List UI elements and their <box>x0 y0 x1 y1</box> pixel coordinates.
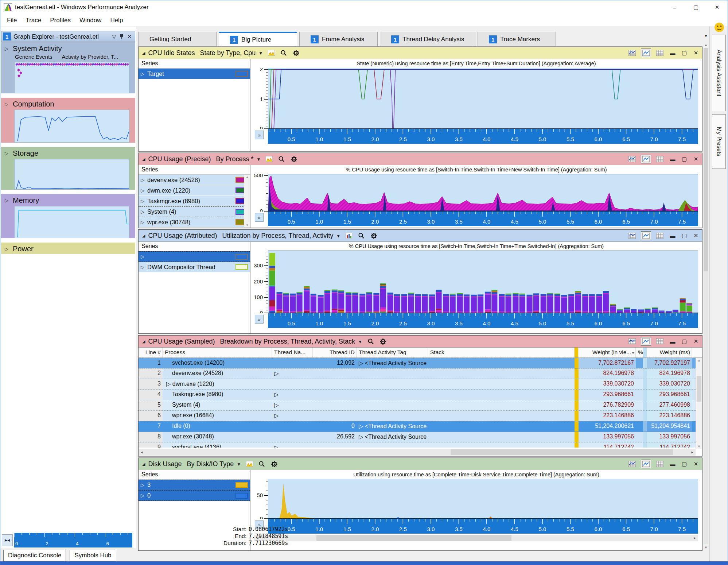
column-header-ybar[interactable] <box>575 348 579 357</box>
scrollbar-thumb[interactable] <box>697 376 701 402</box>
series-row[interactable]: ▷DWM Compositor Thread <box>139 262 250 272</box>
disk-horizontal-scrollbar[interactable]: ◄► <box>254 535 698 541</box>
preset-selector[interactable]: Utilization by Process, Thread, Activity <box>222 232 334 240</box>
explorer-section-system-activity[interactable]: ▷System ActivityGeneric EventsActivity b… <box>1 42 135 93</box>
time-axis[interactable]: 0.51.01.52.02.53.03.54.04.55.05.56.06.57… <box>268 212 698 226</box>
panel-header-attributed[interactable]: ◢CPU Usage (Attributed)Utilization by Pr… <box>139 230 702 242</box>
series-row[interactable]: ▷0 <box>139 490 250 501</box>
panel-header-idle[interactable]: ◢CPU Idle StatesState by Type, Cpu▼▬▢✕ <box>139 47 702 59</box>
feedback-smiley-icon[interactable] <box>713 22 725 33</box>
panel-close-icon[interactable]: ✕ <box>692 461 700 467</box>
panel-maximize-icon[interactable]: ▢ <box>680 338 688 345</box>
tab-my-presets[interactable]: My Presets <box>712 114 726 169</box>
tab-thread-delay-analysis[interactable]: 1Thread Delay Analysis <box>380 32 475 47</box>
series-row[interactable]: ▷Taskmgr.exe (8980) <box>139 196 250 206</box>
toggle-table-only-icon[interactable] <box>655 49 665 57</box>
panel-minimize-icon[interactable]: ▬ <box>669 50 677 56</box>
dropdown-icon[interactable]: ▽ <box>112 34 116 39</box>
timeline-zoom-button[interactable]: ▶◀ <box>2 534 13 546</box>
table-row[interactable]: 9svchost.exe (4136)▷114.712742114.712742 <box>139 442 702 448</box>
expander-icon[interactable]: ▷ <box>5 46 8 51</box>
gear-icon[interactable] <box>369 231 378 240</box>
toggle-chart-only-icon[interactable] <box>641 337 651 346</box>
time-axis[interactable]: 0.51.01.52.02.53.03.54.04.55.05.56.06.57… <box>268 313 698 328</box>
scroll-left-icon[interactable]: ◄ <box>139 449 145 456</box>
close-icon[interactable]: ✕ <box>127 34 132 39</box>
column-header-bbar[interactable] <box>643 348 647 357</box>
toggle-chart-table-icon[interactable] <box>627 49 637 57</box>
graph-explorer-header[interactable]: 1 Graph Explorer - testGenreal.etl ▽ ✕ <box>1 31 135 42</box>
gear-icon[interactable] <box>378 337 388 346</box>
column-header-pct[interactable]: % <box>636 348 643 357</box>
chart-plot[interactable] <box>268 251 698 313</box>
scrollbar-thumb[interactable] <box>316 535 512 541</box>
tab-trace-markers[interactable]: 1Trace Markers <box>478 32 556 47</box>
explorer-section-computation[interactable]: ▷Computation <box>1 98 135 143</box>
toggle-chart-table-icon[interactable] <box>627 231 637 240</box>
series-row[interactable]: ▷Target <box>139 69 250 79</box>
panel-header-sampled[interactable]: ◢CPU Usage (Sampled)Breakdown by Process… <box>139 336 702 348</box>
chart-image-button[interactable] <box>264 155 274 163</box>
toggle-table-only-icon[interactable] <box>655 155 665 163</box>
table-row[interactable]: 8wpr.exe (30748)26,592▷ <Thread Activity… <box>139 432 702 442</box>
scroll-up-icon[interactable]: ▲ <box>704 43 708 47</box>
time-axis[interactable]: 0.51.01.52.02.53.03.54.04.55.05.56.06.57… <box>268 519 698 534</box>
expander-icon[interactable]: ▷ <box>5 246 8 252</box>
section-sub-1[interactable]: Generic Events <box>15 54 52 60</box>
toggle-chart-only-icon[interactable] <box>641 49 651 57</box>
toggle-table-only-icon[interactable] <box>655 460 665 468</box>
chart-image-button[interactable] <box>266 49 276 57</box>
section-thumbnail-system-activity[interactable] <box>14 62 129 93</box>
bar-chart-button[interactable] <box>344 231 354 240</box>
expander-icon[interactable]: ▷ <box>141 71 144 77</box>
expander-icon[interactable]: ▷ <box>141 188 144 193</box>
table-row[interactable]: 4Taskmgr.exe (8980)▷293.968661293.968661 <box>139 390 702 400</box>
series-row[interactable]: ▷devenv.exe (24528) <box>139 175 250 185</box>
diagnostic-console-button[interactable]: Diagnostic Console <box>3 550 66 561</box>
scroll-down-icon[interactable]: ▼ <box>246 224 249 227</box>
gear-icon[interactable] <box>289 155 299 163</box>
expander-icon[interactable]: ▷ <box>141 209 144 214</box>
explorer-section-memory[interactable]: ▷Memory <box>1 194 135 238</box>
toggle-chart-table-icon[interactable] <box>627 460 637 468</box>
maximize-button[interactable]: ▢ <box>685 0 706 14</box>
collapse-triangle-icon[interactable]: ◢ <box>142 157 145 162</box>
expander-icon[interactable]: ▷ <box>5 101 8 107</box>
chart-plot[interactable] <box>268 68 698 129</box>
column-header-line[interactable]: Line # <box>139 348 163 357</box>
collapse-triangle-icon[interactable]: ◢ <box>142 233 145 238</box>
scrollbar-thumb[interactable] <box>451 449 673 455</box>
expander-icon[interactable]: ▷ <box>141 493 144 498</box>
table-row[interactable]: 2devenv.exe (24528)▷824.196978824.196978 <box>139 368 702 379</box>
preset-selector[interactable]: Breakdown by Process, Thread, Activity, … <box>220 338 355 345</box>
expand-axis-button[interactable]: » <box>255 131 264 139</box>
close-button[interactable]: ✕ <box>706 0 728 14</box>
chart-plot[interactable] <box>268 479 698 519</box>
table-horizontal-scrollbar[interactable]: ◄► <box>139 449 696 456</box>
preset-selector[interactable]: By Disk/IO Type <box>187 460 234 468</box>
section-thumbnail-storage[interactable] <box>14 159 129 190</box>
pin-icon[interactable] <box>120 34 124 40</box>
toggle-chart-table-icon[interactable] <box>627 155 637 163</box>
panel-close-icon[interactable]: ✕ <box>692 232 700 239</box>
gear-icon[interactable] <box>269 460 279 468</box>
scroll-right-icon[interactable]: ► <box>689 449 696 456</box>
scroll-right-icon[interactable]: ► <box>692 535 698 541</box>
panel-header-precise[interactable]: ◢CPU Usage (Precise)By Process * ▼▬▢✕ <box>139 153 702 165</box>
expander-icon[interactable]: ▷ <box>141 198 144 204</box>
gear-icon[interactable] <box>291 49 301 57</box>
panel-maximize-icon[interactable]: ▢ <box>680 232 688 239</box>
series-row[interactable]: ▷wpr.exe (30748) <box>139 217 250 228</box>
search-icon[interactable] <box>366 337 375 346</box>
toggle-chart-only-icon[interactable] <box>641 231 651 240</box>
section-thumbnail-memory[interactable] <box>14 206 129 238</box>
column-header-tag[interactable]: Thread Activity Tag <box>357 348 428 357</box>
series-row[interactable]: ▷dwm.exe (1220) <box>139 185 250 196</box>
toggle-chart-only-icon[interactable] <box>641 460 651 468</box>
tab-analysis-assistant[interactable]: Analysis Assistant <box>712 35 726 111</box>
panel-close-icon[interactable]: ✕ <box>692 156 700 162</box>
column-header-process[interactable]: Process <box>163 348 272 357</box>
expander-icon[interactable]: ▷ <box>141 482 144 488</box>
menu-item-profiles[interactable]: Profiles <box>46 15 75 26</box>
toggle-table-only-icon[interactable] <box>655 337 665 346</box>
